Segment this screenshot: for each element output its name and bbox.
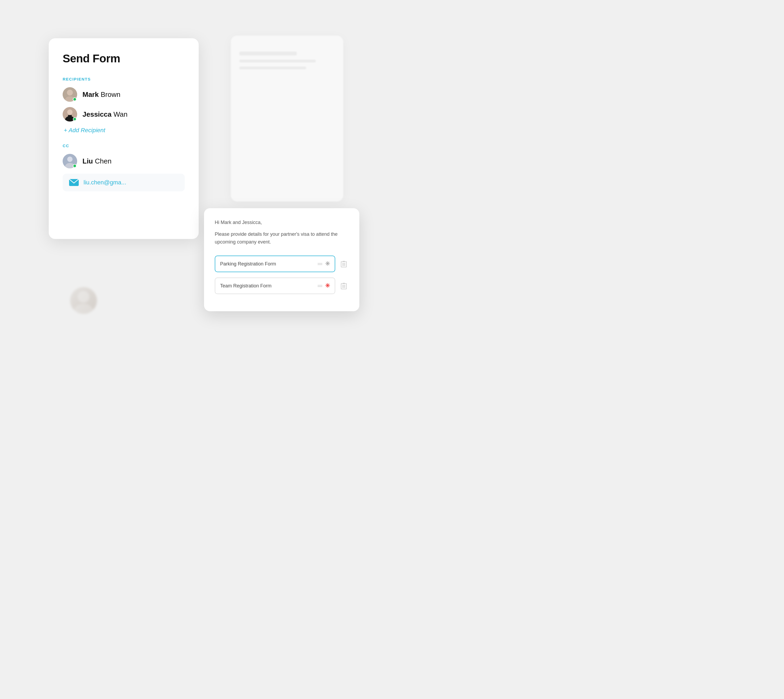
recipients-label: RECIPIENTS (63, 77, 185, 81)
delete-button-team[interactable] (339, 281, 349, 291)
background-card (231, 36, 343, 202)
page-title: Send Form (63, 52, 185, 65)
recipient-liu: Liu Chen (63, 154, 185, 168)
svg-point-1 (67, 89, 73, 96)
form-field-name-team: Team Registration Form (220, 283, 271, 289)
required-icon-team: ✳ (325, 282, 330, 289)
form-item-parking: Parking Registration Form ✳ (215, 255, 349, 272)
recipient-name-jessica: Jessicca Wan (83, 110, 128, 119)
svg-point-11 (78, 291, 90, 303)
email-address: liu.chen@gma... (83, 179, 126, 186)
svg-rect-6 (68, 115, 72, 119)
popup-card: Hi Mark and Jessicca, Please provide det… (204, 208, 359, 311)
avatar-mark (63, 87, 77, 102)
email-icon (68, 179, 79, 187)
form-field-name-parking: Parking Registration Form (220, 261, 276, 267)
popup-greeting: Hi Mark and Jessicca, (215, 219, 349, 226)
form-field-icons-team: ✳ (317, 282, 330, 289)
form-field-icons-parking: ✳ (317, 260, 330, 267)
svg-point-4 (67, 109, 73, 115)
online-indicator-mark (73, 98, 76, 101)
drag-handle-icon (317, 263, 322, 265)
cc-section: CC Liu Chen (63, 143, 185, 191)
recipient-name-liu: Liu Chen (83, 157, 111, 166)
drag-handle-icon-team (317, 285, 322, 287)
form-field-parking[interactable]: Parking Registration Form ✳ (215, 255, 335, 272)
email-row[interactable]: liu.chen@gma... (63, 174, 185, 191)
send-form-card: Send Form RECIPIENTS Mark Brown (49, 38, 199, 239)
online-indicator-jessica (73, 117, 76, 121)
recipient-jessica: Jessicca Wan (63, 107, 185, 121)
recipient-mark: Mark Brown (63, 87, 185, 102)
form-field-team[interactable]: Team Registration Form ✳ (215, 278, 335, 294)
avatar-jessica (63, 107, 77, 121)
add-recipient-button[interactable]: + Add Recipient (63, 127, 185, 134)
required-icon-parking: ✳ (325, 260, 330, 267)
delete-button-parking[interactable] (339, 259, 349, 269)
recipient-name-mark: Mark Brown (83, 91, 121, 99)
form-item-team: Team Registration Form ✳ (215, 278, 349, 294)
avatar-liu (63, 154, 77, 168)
svg-point-12 (74, 304, 93, 314)
online-indicator-liu (73, 164, 76, 168)
svg-point-8 (67, 157, 73, 162)
decorative-avatar (70, 287, 97, 314)
popup-message: Please provide details for your partner'… (215, 230, 349, 246)
cc-label: CC (63, 143, 185, 148)
